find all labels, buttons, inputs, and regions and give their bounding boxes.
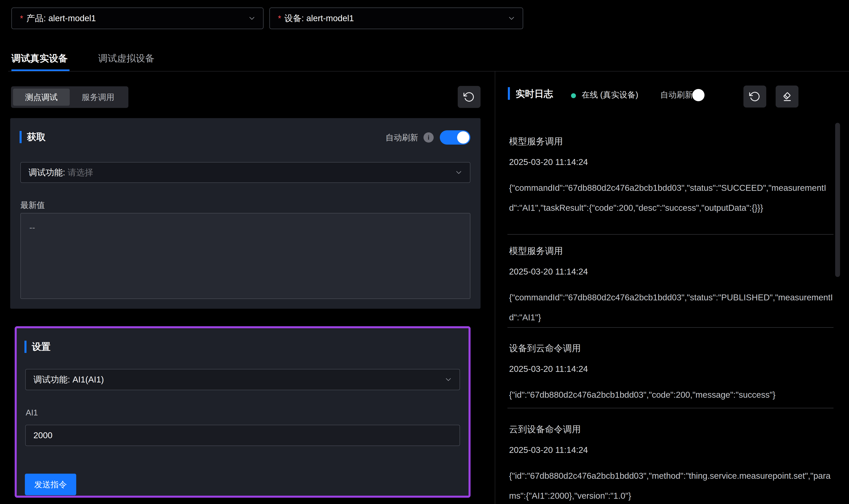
- auto-refresh-label: 自动刷新: [385, 132, 418, 143]
- product-select-value: alert-model1: [48, 14, 96, 23]
- get-card-title: 获取: [27, 131, 46, 143]
- log-separator: [507, 327, 833, 328]
- log-clear-button[interactable]: [776, 86, 798, 108]
- log-separator: [507, 234, 833, 235]
- log-entry-payload: {"id":"67db880d2c476a2bcb1bdd03","code":…: [509, 385, 833, 405]
- ai1-field-label: AI1: [26, 408, 38, 417]
- log-scrollbar-thumb[interactable]: [835, 123, 840, 277]
- get-card-header: 获取: [20, 131, 46, 143]
- eraser-icon: [781, 91, 793, 102]
- chevron-down-icon: [444, 375, 453, 384]
- log-entry-time: 2025-03-20 11:14:24: [509, 266, 833, 277]
- product-select-label: 产品:: [27, 13, 46, 24]
- log-entry-title: 模型服务调用: [509, 136, 833, 147]
- log-entry-payload: {"id":"67db880d2c476a2bcb1bdd03","method…: [509, 466, 833, 504]
- segment-service-call[interactable]: 服务调用: [70, 89, 126, 106]
- log-panel-title: 实时日志: [516, 88, 553, 100]
- required-mark: *: [20, 14, 23, 22]
- required-mark: *: [278, 14, 281, 22]
- ai1-value-input[interactable]: [25, 425, 460, 446]
- panel-divider: [495, 71, 495, 504]
- debug-function-placeholder: 请选择: [68, 167, 93, 178]
- accent-bar: [24, 341, 27, 353]
- tab-divider: [8, 71, 849, 71]
- log-entry-title: 设备到云命令调用: [509, 343, 833, 354]
- latest-value-box[interactable]: --: [20, 213, 470, 299]
- toggle-knob: [457, 131, 469, 144]
- debug-function-select[interactable]: 调试功能: 请选择: [20, 162, 470, 183]
- chevron-down-icon: [248, 14, 256, 23]
- latest-value-label: 最新值: [20, 200, 45, 211]
- set-function-select[interactable]: 调试功能: AI1(AI1): [25, 369, 460, 390]
- log-entry: 设备到云命令调用 2025-03-20 11:14:24 {"id":"67db…: [509, 343, 833, 405]
- debug-mode-segmented: 测点调试 服务调用: [11, 86, 128, 108]
- refresh-icon: [749, 91, 761, 102]
- log-entry-title: 云到设备命令调用: [509, 424, 833, 435]
- device-select[interactable]: * 设备: alert-model1: [270, 7, 523, 29]
- log-entry-time: 2025-03-20 11:14:24: [509, 364, 833, 374]
- auto-refresh-toggle[interactable]: [440, 130, 470, 145]
- segment-point-debug[interactable]: 测点调试: [13, 89, 70, 106]
- debug-function-label: 调试功能:: [29, 167, 65, 178]
- log-entry: 云到设备命令调用 2025-03-20 11:14:24 {"id":"67db…: [509, 424, 833, 504]
- set-function-value: AI1(AI1): [72, 375, 104, 384]
- log-separator: [507, 408, 833, 408]
- set-card: 设置 调试功能: AI1(AI1) AI1 发送指令: [15, 326, 471, 498]
- set-card-title: 设置: [32, 341, 51, 353]
- set-function-label: 调试功能:: [33, 374, 70, 385]
- chevron-down-icon: [454, 168, 463, 177]
- tab-debug-real-device[interactable]: 调试真实设备: [12, 52, 68, 65]
- left-refresh-button[interactable]: [458, 86, 481, 108]
- log-entry: 模型服务调用 2025-03-20 11:14:24 {"commandId":…: [509, 136, 833, 218]
- device-select-value: alert-model1: [306, 14, 354, 23]
- get-card: 获取 自动刷新 i 调试功能: 请选择 最新值 --: [10, 118, 481, 309]
- info-icon[interactable]: i: [423, 132, 434, 143]
- log-entry: 模型服务调用 2025-03-20 11:14:24 {"commandId":…: [509, 246, 833, 327]
- log-auto-refresh-label: 自动刷新: [660, 89, 693, 101]
- log-entry-title: 模型服务调用: [509, 246, 833, 256]
- accent-bar: [508, 87, 510, 100]
- send-command-button[interactable]: 发送指令: [25, 474, 76, 495]
- chevron-down-icon: [507, 14, 516, 23]
- log-entry-time: 2025-03-20 11:14:24: [509, 445, 833, 455]
- device-select-label: 设备:: [284, 13, 304, 24]
- online-status-text: 在线 (真实设备): [582, 89, 638, 101]
- set-card-header: 设置: [24, 341, 51, 353]
- product-select[interactable]: * 产品: alert-model1: [12, 7, 263, 29]
- log-entry-time: 2025-03-20 11:14:24: [509, 157, 833, 167]
- accent-bar: [20, 131, 22, 143]
- online-status-dot: [571, 93, 576, 98]
- tab-debug-virtual-device[interactable]: 调试虚拟设备: [98, 52, 155, 65]
- toggle-knob: [692, 89, 705, 101]
- log-entry-payload: {"commandId":"67db880d2c476a2bcb1bdd03",…: [509, 288, 833, 327]
- log-refresh-button[interactable]: [743, 86, 766, 108]
- auto-refresh-group: 自动刷新 i: [385, 130, 470, 145]
- log-entry-payload: {"commandId":"67db880d2c476a2bcb1bdd03",…: [509, 178, 833, 218]
- refresh-icon: [464, 91, 475, 103]
